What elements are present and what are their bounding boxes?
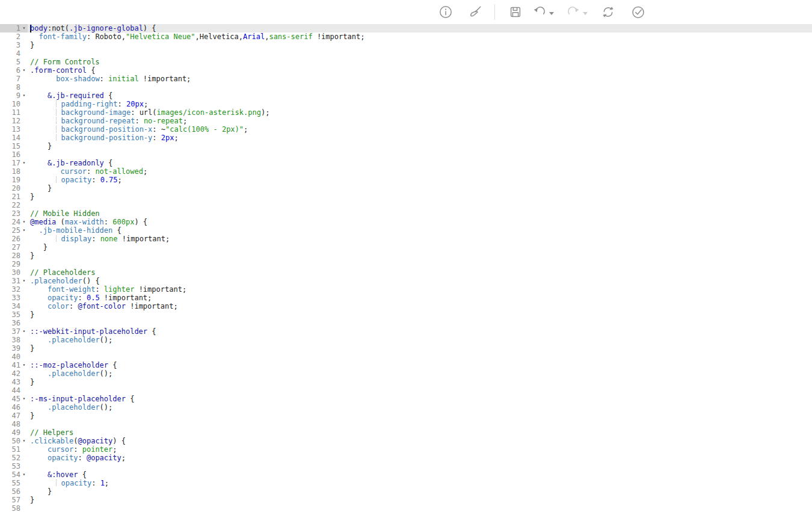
code-line[interactable]: 1▾body:not(.jb-ignore-global) { xyxy=(0,24,812,32)
fold-arrow-icon[interactable]: ▾ xyxy=(20,277,28,285)
gutter-cell: 30 xyxy=(0,268,28,277)
code-line[interactable]: 30// Placeholders xyxy=(0,268,812,277)
gutter-cell: 16 xyxy=(0,150,28,159)
save-button[interactable] xyxy=(508,4,523,20)
code-line[interactable]: 31▾.placeholder() { xyxy=(0,277,812,285)
code-line[interactable]: 23// Mobile Hidden xyxy=(0,209,812,218)
code-line[interactable]: 26 display: none !important; xyxy=(0,235,812,243)
fold-arrow-icon[interactable]: ▾ xyxy=(20,24,28,32)
code-line[interactable]: 42 .placeholder(); xyxy=(0,369,812,378)
code-line[interactable]: 49// Helpers xyxy=(0,428,812,437)
code-text: background-position-x: ~"calc(100% - 2px… xyxy=(28,125,812,134)
code-line[interactable]: 14 background-position-y: 2px; xyxy=(0,134,812,142)
gutter-cell: 22 xyxy=(0,201,28,209)
code-line[interactable]: 4 xyxy=(0,49,812,58)
code-line[interactable]: 7 box-shadow: initial !important; xyxy=(0,75,812,83)
code-line[interactable]: 8 xyxy=(0,83,812,91)
fold-arrow-icon[interactable]: ▾ xyxy=(20,66,28,75)
code-text: font-weight: lighter !important; xyxy=(28,285,812,294)
code-line[interactable]: 47} xyxy=(0,412,812,420)
code-line[interactable]: 40 xyxy=(0,353,812,361)
code-line[interactable]: 57} xyxy=(0,496,812,504)
code-line[interactable]: 46 .placeholder(); xyxy=(0,403,812,412)
code-editor[interactable]: 1▾body:not(.jb-ignore-global) {2 font-fa… xyxy=(0,24,812,512)
undo-button[interactable] xyxy=(532,4,547,20)
code-text xyxy=(28,420,812,428)
code-line[interactable]: 51 cursor: pointer; xyxy=(0,445,812,454)
code-line[interactable]: 27 } xyxy=(0,243,812,251)
fold-arrow-icon[interactable]: ▾ xyxy=(20,159,28,167)
code-line[interactable]: 29 xyxy=(0,260,812,268)
check-circle-icon xyxy=(631,5,645,19)
fold-arrow-icon[interactable]: ▾ xyxy=(20,327,28,336)
code-text: .placeholder() { xyxy=(28,277,812,285)
gutter-cell: 43 xyxy=(0,378,28,386)
fold-arrow-icon[interactable]: ▾ xyxy=(20,395,28,403)
code-line[interactable]: 12 background-repeat: no-repeat; xyxy=(0,117,812,125)
refresh-button[interactable] xyxy=(600,4,616,20)
code-line[interactable]: 2 font-family: Roboto,"Helvetica Neue",H… xyxy=(0,32,812,41)
code-line[interactable]: 36 xyxy=(0,319,812,327)
fold-arrow-icon[interactable]: ▾ xyxy=(20,91,28,100)
line-number: 43 xyxy=(0,378,20,386)
code-line[interactable]: 52 opacity: @opacity; xyxy=(0,454,812,462)
code-line[interactable]: 58 xyxy=(0,504,812,512)
line-number: 5 xyxy=(0,58,20,66)
line-number: 15 xyxy=(0,142,20,150)
code-line[interactable]: 21} xyxy=(0,193,812,201)
code-line[interactable]: 18 cursor: not-allowed; xyxy=(0,167,812,176)
code-text: } xyxy=(28,496,812,504)
code-text: .clickable(@opacity) { xyxy=(28,437,812,445)
code-line[interactable]: 5// Form Controls xyxy=(0,58,812,66)
gutter-cell: 39 xyxy=(0,344,28,353)
code-line[interactable]: 22 xyxy=(0,201,812,209)
info-button[interactable] xyxy=(438,4,454,20)
code-line[interactable]: 13 background-position-x: ~"calc(100% - … xyxy=(0,125,812,134)
code-line[interactable]: 35} xyxy=(0,310,812,319)
code-line[interactable]: 9▾ &.jb-required { xyxy=(0,91,812,100)
code-line[interactable]: 16 xyxy=(0,150,812,159)
code-line[interactable]: 6▾.form-control { xyxy=(0,66,812,75)
code-line[interactable]: 10 padding-right: 20px; xyxy=(0,100,812,108)
code-text: cursor: not-allowed; xyxy=(28,167,812,176)
edit-button[interactable] xyxy=(467,4,483,20)
code-line[interactable]: 33 opacity: 0.5 !important; xyxy=(0,294,812,302)
code-line[interactable]: 32 font-weight: lighter !important; xyxy=(0,285,812,294)
code-line[interactable]: 55 opacity: 1; xyxy=(0,479,812,487)
code-line[interactable]: 11 background-image: url(images/icon-ast… xyxy=(0,108,812,117)
code-line[interactable]: 25▾ .jb-mobile-hidden { xyxy=(0,226,812,235)
code-line[interactable]: 53 xyxy=(0,462,812,470)
code-line[interactable]: 15 } xyxy=(0,142,812,150)
brush-icon xyxy=(468,5,482,19)
code-line[interactable]: 45▾:-ms-input-placeholder { xyxy=(0,395,812,403)
gutter-cell: 54▾ xyxy=(0,470,28,479)
code-line[interactable]: 38 .placeholder(); xyxy=(0,336,812,344)
fold-arrow-icon[interactable]: ▾ xyxy=(20,470,28,479)
code-line[interactable]: 17▾ &.jb-readonly { xyxy=(0,159,812,167)
fold-arrow-icon[interactable]: ▾ xyxy=(20,226,28,235)
code-line[interactable]: 48 xyxy=(0,420,812,428)
code-line[interactable]: 54▾ &:hover { xyxy=(0,470,812,479)
fold-arrow-icon[interactable]: ▾ xyxy=(20,218,28,226)
line-number: 26 xyxy=(0,235,20,243)
fold-arrow-icon[interactable]: ▾ xyxy=(20,361,28,369)
code-line[interactable]: 20 } xyxy=(0,184,812,193)
code-text xyxy=(28,319,812,327)
code-line[interactable]: 37▾::-webkit-input-placeholder { xyxy=(0,327,812,336)
code-line[interactable]: 24▾@media (max-width: 600px) { xyxy=(0,218,812,226)
fold-arrow-icon[interactable]: ▾ xyxy=(20,437,28,445)
gutter-cell: 3 xyxy=(0,41,28,49)
code-line[interactable]: 39} xyxy=(0,344,812,353)
code-line[interactable]: 34 color: @font-color !important; xyxy=(0,302,812,310)
code-line[interactable]: 50▾.clickable(@opacity) { xyxy=(0,437,812,445)
code-line[interactable]: 19 opacity: 0.75; xyxy=(0,176,812,184)
code-text: opacity: 0.5 !important; xyxy=(28,294,812,302)
code-line[interactable]: 41▾::-moz-placeholder { xyxy=(0,361,812,369)
code-line[interactable]: 43} xyxy=(0,378,812,386)
validate-button[interactable] xyxy=(630,4,646,20)
code-line[interactable]: 28} xyxy=(0,251,812,260)
code-line[interactable]: 56 } xyxy=(0,487,812,496)
code-line[interactable]: 3} xyxy=(0,41,812,49)
undo-dropdown-caret[interactable] xyxy=(549,4,555,20)
code-line[interactable]: 44 xyxy=(0,386,812,395)
